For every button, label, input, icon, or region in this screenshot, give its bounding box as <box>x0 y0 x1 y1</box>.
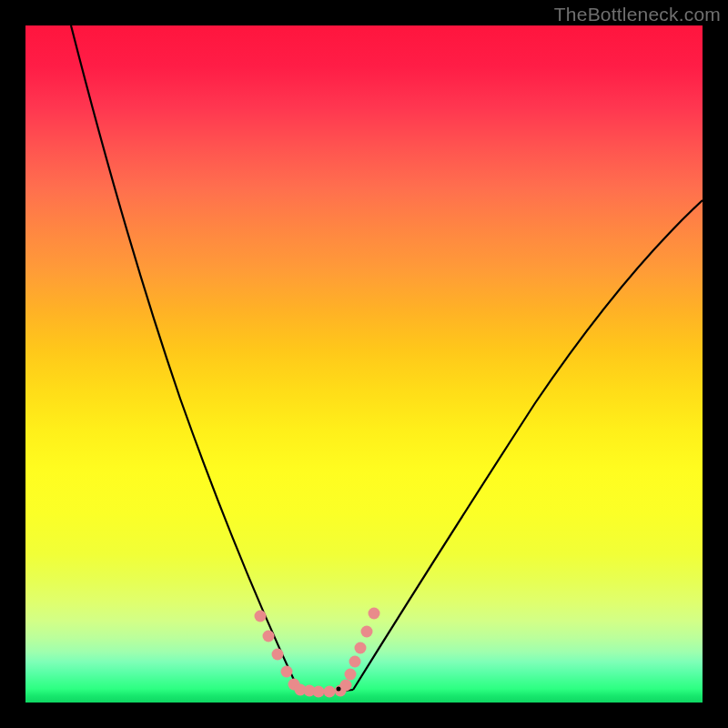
svg-point-2 <box>272 649 284 661</box>
curves-svg <box>25 25 703 703</box>
svg-point-3 <box>281 666 293 678</box>
svg-point-15 <box>369 608 380 620</box>
svg-point-13 <box>355 642 367 654</box>
valley-marker-bottom <box>304 685 347 698</box>
svg-point-1 <box>263 631 275 642</box>
valley-marker-left <box>255 611 307 696</box>
svg-point-7 <box>313 686 325 698</box>
plot-area <box>25 25 703 703</box>
svg-point-8 <box>324 686 336 698</box>
svg-point-14 <box>361 626 373 638</box>
svg-point-10 <box>340 680 352 692</box>
svg-point-0 <box>255 611 267 622</box>
right-curve <box>353 200 703 690</box>
watermark-text: TheBottleneck.com <box>554 4 721 25</box>
svg-point-12 <box>349 656 361 668</box>
svg-point-11 <box>345 669 357 681</box>
valley-dot <box>337 687 341 692</box>
left-curve <box>71 25 298 690</box>
chart-frame: TheBottleneck.com <box>0 0 728 728</box>
